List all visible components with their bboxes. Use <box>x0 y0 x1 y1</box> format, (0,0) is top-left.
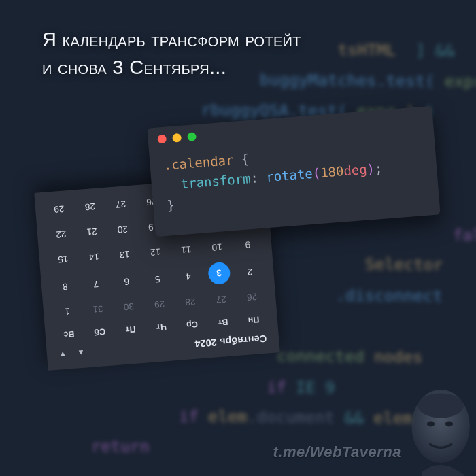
calendar-day[interactable]: 6 <box>110 269 143 292</box>
calendar-day[interactable]: 14 <box>78 245 110 267</box>
css-property: transform <box>180 171 251 191</box>
css-selector: .calendar <box>163 152 234 173</box>
calendar-day[interactable]: 7 <box>80 271 112 294</box>
calendar-day[interactable]: 8 <box>49 273 82 297</box>
calendar-day-selected[interactable]: 3 <box>203 261 235 285</box>
calendar-day[interactable]: 11 <box>170 239 203 260</box>
calendar-day[interactable]: 30 <box>113 296 146 318</box>
calendar-day[interactable]: 31 <box>82 298 114 320</box>
calendar-day[interactable]: 20 <box>107 218 139 240</box>
calendar-day[interactable]: 1 <box>51 301 84 322</box>
svg-point-0 <box>411 390 470 463</box>
svg-point-1 <box>418 394 464 418</box>
calendar-day[interactable]: 22 <box>45 223 78 245</box>
close-icon[interactable] <box>157 134 167 143</box>
calendar-day[interactable]: 4 <box>172 264 205 288</box>
calendar-day[interactable]: 29 <box>143 293 176 315</box>
code-editor-window: .calendar { transform: rotate(180deg); } <box>147 106 440 237</box>
maximize-icon[interactable] <box>187 132 197 141</box>
minimize-icon[interactable] <box>172 133 182 142</box>
calendar-day[interactable]: 26 <box>236 286 269 307</box>
calendar-day[interactable]: 13 <box>109 243 141 265</box>
face-image <box>398 384 476 476</box>
caption-line-1: Я календарь трансформ ротейт <box>42 29 301 50</box>
calendar-day[interactable]: 27 <box>105 193 137 215</box>
meme-caption: Я календарь трансформ ротейт и снова 3 С… <box>42 26 449 81</box>
calendar-day[interactable]: 28 <box>73 196 106 218</box>
calendar-day[interactable]: 27 <box>205 288 237 310</box>
calendar-weekday: Ср <box>176 316 208 333</box>
calendar-weekday: Пн <box>238 311 270 328</box>
calendar-day[interactable]: 2 <box>234 259 267 283</box>
calendar-day[interactable]: 9 <box>232 234 265 256</box>
calendar-next-icon[interactable]: ▼ <box>59 350 67 359</box>
calendar-weekday: Вт <box>207 313 239 330</box>
svg-point-2 <box>427 422 435 427</box>
calendar-weekday: Вс <box>53 326 85 343</box>
calendar-day[interactable]: 12 <box>139 241 172 262</box>
calendar-weekday: Сб <box>84 323 116 340</box>
calendar-day[interactable]: 5 <box>141 266 174 290</box>
calendar-day[interactable]: 15 <box>47 248 80 270</box>
calendar-title: Сентябрь 2024 <box>194 333 267 350</box>
css-value-number: 180 <box>320 164 344 181</box>
calendar-day[interactable]: 29 <box>43 198 75 220</box>
svg-point-3 <box>445 422 453 427</box>
calendar-prev-icon[interactable]: ▲ <box>77 349 85 358</box>
css-value-unit: deg <box>343 162 368 179</box>
calendar-weekday: Пт <box>114 321 146 338</box>
caption-line-2: и снова 3 Сентября... <box>42 56 226 78</box>
calendar-day[interactable]: 28 <box>174 291 207 313</box>
watermark: t.me/WebTaverna <box>273 443 401 461</box>
brace-close: } <box>166 197 175 213</box>
calendar-weekday: Чт <box>146 318 177 335</box>
css-function: rotate <box>265 166 313 184</box>
calendar-day[interactable]: 10 <box>201 236 233 258</box>
calendar-day[interactable]: 21 <box>75 221 108 243</box>
